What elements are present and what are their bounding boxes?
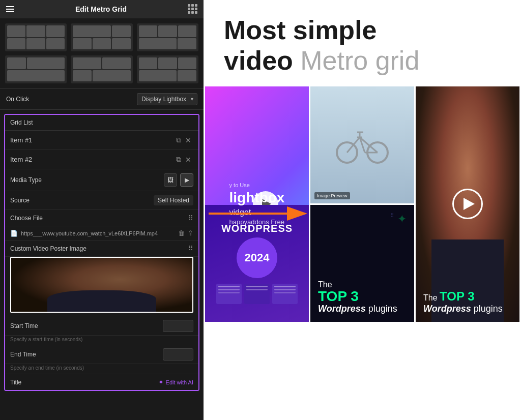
- end-time-label: End Time: [10, 351, 36, 358]
- hamburger-icon[interactable]: [6, 6, 14, 12]
- start-time-hint: Specify a start time (in seconds): [5, 336, 198, 345]
- grid-dots-icon[interactable]: [188, 4, 197, 14]
- wp-card-1: [216, 284, 242, 304]
- source-value: Self Hosted: [154, 195, 193, 205]
- play-triangle-large-icon: [464, 198, 475, 210]
- grid-list-item-1[interactable]: Item #1 ⧉ ✕: [5, 131, 198, 150]
- cell-face-large[interactable]: The TOP 3 Wordpress plugins: [416, 86, 519, 322]
- url-row: 📄 https___www.youtube.com_watch_vLe6lXLP…: [5, 226, 198, 241]
- media-type-video-btn[interactable]: ▶: [180, 173, 193, 187]
- item-2-label: Item #2: [10, 156, 174, 163]
- edit-with-ai-button[interactable]: ✦ Edit with AI: [158, 378, 193, 386]
- plugins-dots-icon: ⠿: [390, 213, 394, 218]
- bicycle-label: Image Preview: [314, 192, 350, 199]
- source-row: Source Self Hosted: [5, 191, 198, 210]
- choose-file-dots-icon[interactable]: ⠿: [188, 214, 193, 222]
- layout-thumb-6[interactable]: [137, 55, 198, 83]
- choose-file-label: Choose File: [10, 215, 43, 222]
- face-overlay-text: The TOP 3 Wordpress plugins: [423, 289, 512, 314]
- plugins-text: The TOP 3 Wordpress plugins: [318, 280, 407, 314]
- wordpress-year-badge: 2024: [237, 237, 277, 278]
- wordpress-cards: [216, 284, 298, 304]
- heading-line1: Most simple: [224, 15, 377, 45]
- wp-card-2: [244, 284, 270, 304]
- video-grid: y to Use lightbox vidget happyaddons Fre…: [204, 86, 521, 420]
- url-share-icon[interactable]: ⇪: [188, 229, 193, 237]
- on-click-select[interactable]: Display Lightbox: [137, 93, 197, 105]
- panel-header: Edit Metro Grid: [0, 0, 204, 18]
- choose-file-row: Choose File ⠿: [5, 210, 198, 226]
- start-time-row: Start Time: [5, 317, 198, 336]
- end-time-row: End Time: [5, 345, 198, 364]
- heading-line2a: video: [224, 46, 300, 75]
- on-click-row: On Click Display Lightbox: [0, 89, 204, 110]
- ai-star-icon: ✦: [158, 378, 164, 386]
- face-large-play-button[interactable]: [452, 189, 483, 219]
- grid-list-item-2[interactable]: Item #2 ⧉ ✕: [5, 150, 198, 169]
- custom-poster-label: Custom Video Poster Image: [10, 245, 86, 252]
- custom-poster-dots-icon[interactable]: ⠿: [188, 245, 193, 252]
- layout-thumb-1[interactable]: [5, 23, 67, 51]
- start-time-label: Start Time: [10, 322, 38, 329]
- grid-list-panel: Grid List Item #1 ⧉ ✕ Item #2 ⧉ ✕ Media …: [4, 114, 199, 391]
- lightbox-title: lightbox: [229, 190, 285, 206]
- heading-main: Most simple video Metro grid: [224, 15, 501, 76]
- cell-plugins[interactable]: ✦ ⠿ The TOP 3 Wordpress plugins: [310, 205, 414, 322]
- edit-with-ai-label: Edit with AI: [166, 379, 193, 385]
- wp-card-3: [272, 284, 298, 304]
- media-type-image-btn[interactable]: 🖼: [164, 173, 177, 187]
- start-time-input[interactable]: [163, 320, 193, 332]
- end-time-hint: Specify an end time (in seconds): [5, 364, 198, 374]
- custom-poster-row: Custom Video Poster Image ⠿: [5, 241, 198, 257]
- media-type-row: Media Type 🖼 ▶: [5, 169, 198, 191]
- video-preview: [10, 257, 193, 313]
- item-1-close-button[interactable]: ✕: [183, 135, 193, 145]
- file-url: https___www.youtube.com_watch_vLe6lXLP6P…: [21, 230, 175, 236]
- layout-thumb-2[interactable]: [71, 23, 132, 51]
- url-trash-icon[interactable]: 🗑: [178, 229, 185, 237]
- bicycle-svg: [332, 125, 393, 165]
- lightbox-sub2: happyaddons Free: [229, 218, 285, 226]
- item-1-label: Item #1: [10, 136, 174, 144]
- cell-bicycle[interactable]: Image Preview: [310, 86, 414, 203]
- on-click-label: On Click: [6, 96, 29, 103]
- layout-thumb-3[interactable]: [137, 23, 198, 51]
- lightbox-tag: y to Use: [229, 182, 285, 188]
- right-panel: Most simple video Metro grid y to Use li…: [204, 0, 521, 420]
- heading-section: Most simple video Metro grid: [204, 0, 521, 86]
- source-label: Source: [10, 197, 30, 204]
- wordpress-year: 2024: [245, 251, 270, 264]
- title-label: Title: [10, 379, 21, 386]
- panel-title: Edit Metro Grid: [75, 5, 127, 13]
- title-row: Title ✦ Edit with AI: [5, 374, 198, 390]
- layout-thumb-5[interactable]: [71, 55, 132, 83]
- lightbox-subtitle: vidget: [229, 208, 285, 217]
- layout-thumb-4[interactable]: [5, 55, 67, 83]
- left-panel: Edit Metro Grid: [0, 0, 204, 420]
- media-type-label: Media Type: [10, 176, 42, 184]
- plugins-sparkle-icon: ✦: [397, 213, 407, 226]
- item-2-close-button[interactable]: ✕: [183, 155, 193, 165]
- file-doc-icon: 📄: [10, 230, 18, 237]
- bicycle-visual: [310, 86, 414, 203]
- heading-line2b: Metro grid: [300, 46, 419, 75]
- grid-list-header: Grid List: [5, 115, 198, 131]
- layout-thumbnails: [0, 18, 204, 89]
- end-time-input[interactable]: [163, 348, 193, 361]
- item-1-copy-button[interactable]: ⧉: [174, 135, 183, 145]
- item-2-copy-button[interactable]: ⧉: [174, 154, 183, 165]
